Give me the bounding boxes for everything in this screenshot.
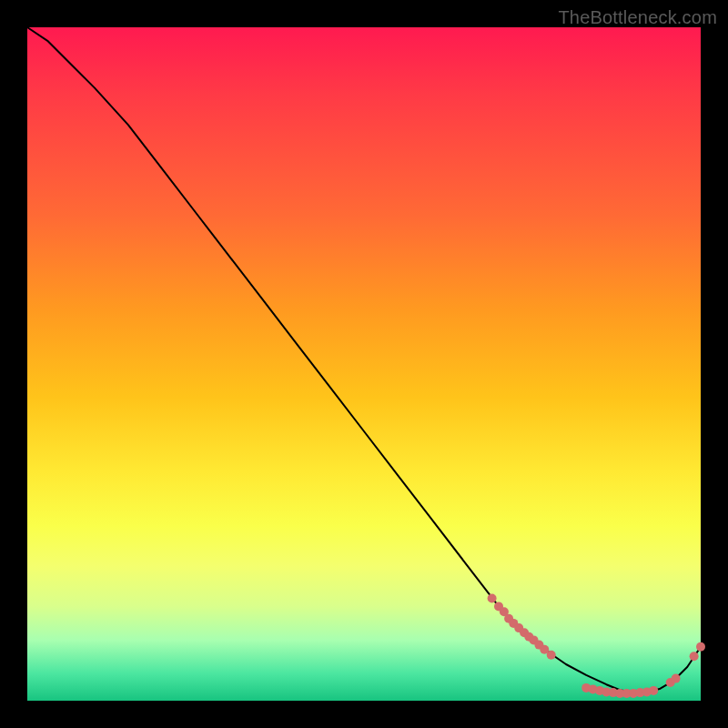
data-point xyxy=(690,652,699,661)
data-point xyxy=(547,651,556,660)
plot-area xyxy=(27,27,701,701)
chart-stage: TheBottleneck.com xyxy=(0,0,728,728)
bottleneck-curve xyxy=(27,27,701,693)
chart-overlay xyxy=(27,27,701,701)
data-markers xyxy=(488,594,705,698)
data-point xyxy=(696,642,705,652)
data-point xyxy=(488,594,497,603)
data-point xyxy=(672,674,681,683)
watermark-text: TheBottleneck.com xyxy=(558,7,717,28)
data-point xyxy=(649,686,658,695)
